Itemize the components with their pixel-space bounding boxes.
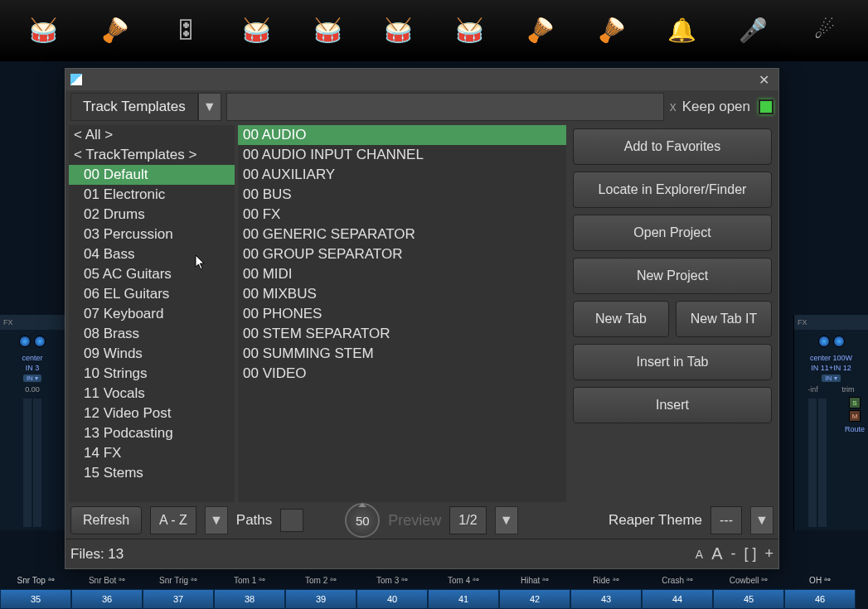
category-panel[interactable]: < All >< TrackTemplates >00 Default01 El…: [69, 125, 235, 502]
instrument-4[interactable]: 🥁: [298, 10, 356, 51]
dialog-titlebar[interactable]: ✕: [65, 69, 778, 90]
font-small-button[interactable]: A: [696, 548, 703, 561]
category-row[interactable]: 02 Drums: [69, 205, 235, 225]
track-number[interactable]: 45: [713, 589, 784, 609]
instrument-0[interactable]: 🥁: [15, 10, 73, 51]
chevron-down-icon[interactable]: ▼: [495, 506, 518, 534]
chevron-down-icon[interactable]: ▼: [205, 506, 228, 534]
instrument-5[interactable]: 🥁: [370, 10, 428, 51]
close-button[interactable]: ✕: [754, 71, 773, 88]
instrument-11[interactable]: ☄: [795, 10, 853, 51]
track-number[interactable]: 35: [0, 589, 71, 609]
category-row[interactable]: 06 EL Guitars: [69, 284, 235, 304]
track-number[interactable]: 43: [570, 589, 642, 609]
category-row[interactable]: 11 Vocals: [69, 384, 235, 404]
open-project-button[interactable]: Open Project: [573, 215, 772, 251]
fx-label[interactable]: FX: [0, 315, 65, 330]
route-button[interactable]: Route: [843, 423, 866, 435]
instrument-7[interactable]: 🪘: [512, 10, 570, 51]
category-row[interactable]: 04 Bass: [69, 244, 235, 264]
input-selector[interactable]: IN ▾: [822, 375, 840, 382]
template-row[interactable]: 00 STEM SEPARATOR: [238, 324, 566, 344]
category-row[interactable]: 07 Keyboard: [69, 304, 235, 324]
solo-button[interactable]: S: [849, 397, 861, 408]
track-number[interactable]: 39: [285, 589, 356, 609]
instrument-1[interactable]: 🪘: [85, 10, 143, 51]
fader[interactable]: [23, 399, 32, 527]
track-number[interactable]: 40: [356, 589, 428, 609]
category-row[interactable]: 03 Percussion: [69, 225, 235, 244]
refresh-button[interactable]: Refresh: [70, 506, 142, 534]
pan-knob[interactable]: [19, 336, 31, 347]
mute-button[interactable]: M: [849, 410, 861, 422]
insert-in-tab-button[interactable]: Insert in Tab: [573, 344, 772, 380]
paths-checkbox[interactable]: [280, 509, 303, 532]
category-row[interactable]: 13 Podcasting: [69, 423, 235, 443]
search-input[interactable]: [226, 93, 664, 121]
keep-open-toggle[interactable]: Keep open: [682, 99, 773, 115]
category-row[interactable]: 12 Video Post: [69, 404, 235, 423]
category-row[interactable]: < All >: [69, 125, 235, 145]
insert-button[interactable]: Insert: [573, 387, 772, 423]
gain-knob[interactable]: [833, 336, 845, 347]
fraction-selector[interactable]: 1/2: [449, 506, 486, 534]
template-row[interactable]: 00 BUS: [238, 185, 566, 205]
chevron-down-icon[interactable]: ▼: [198, 93, 221, 121]
locate-button[interactable]: Locate in Explorer/Finder: [573, 172, 772, 208]
track-label: OH ᵃᵒ: [784, 576, 856, 589]
instrument-3[interactable]: 🥁: [228, 10, 286, 51]
category-row[interactable]: 00 Default: [69, 165, 235, 185]
type-selector[interactable]: Track Templates: [70, 93, 198, 121]
template-row[interactable]: 00 SUMMING STEM: [238, 344, 566, 364]
category-row[interactable]: 05 AC Guitars: [69, 264, 235, 284]
template-row[interactable]: 00 AUDIO: [238, 125, 566, 145]
template-row[interactable]: 00 MIDI: [238, 264, 566, 284]
instrument-8[interactable]: 🪘: [582, 10, 640, 51]
template-row[interactable]: 00 VIDEO: [238, 364, 566, 384]
track-number[interactable]: 41: [428, 589, 499, 609]
track-number[interactable]: 38: [214, 589, 285, 609]
instrument-6[interactable]: 🥁: [440, 10, 498, 51]
template-row[interactable]: 00 GROUP SEPARATOR: [238, 244, 566, 264]
new-tab-button[interactable]: New Tab: [573, 301, 669, 337]
instrument-2[interactable]: 🎛: [157, 10, 215, 51]
new-project-button[interactable]: New Project: [573, 258, 772, 294]
zoom-out-button[interactable]: -: [730, 545, 735, 563]
brackets-button[interactable]: [ ]: [744, 545, 756, 563]
instrument-9[interactable]: 🔔: [653, 10, 711, 51]
track-number[interactable]: 46: [784, 589, 856, 609]
category-row[interactable]: 01 Electronic: [69, 185, 235, 205]
theme-selector[interactable]: ---: [710, 506, 742, 534]
input-selector[interactable]: IN ▾: [23, 375, 41, 382]
font-large-button[interactable]: A: [711, 544, 722, 563]
template-row[interactable]: 00 GENERIC SEPARATOR: [238, 225, 566, 244]
template-row[interactable]: 00 AUXILIARY: [238, 165, 566, 185]
new-tab-it-button[interactable]: New Tab IT: [676, 301, 772, 337]
category-row[interactable]: 15 Stems: [69, 463, 235, 483]
instrument-10[interactable]: 🎤: [725, 10, 783, 51]
category-row[interactable]: 08 Brass: [69, 324, 235, 344]
track-number[interactable]: 37: [143, 589, 214, 609]
template-row[interactable]: 00 PHONES: [238, 304, 566, 324]
template-row[interactable]: 00 MIXBUS: [238, 284, 566, 304]
fader[interactable]: [808, 399, 817, 527]
category-row[interactable]: < TrackTemplates >: [69, 145, 235, 165]
track-number[interactable]: 36: [71, 589, 143, 609]
track-number[interactable]: 42: [499, 589, 570, 609]
zoom-in-button[interactable]: +: [764, 545, 773, 563]
template-row[interactable]: 00 FX: [238, 205, 566, 225]
fx-label[interactable]: FX: [794, 315, 868, 330]
sort-selector[interactable]: A - Z: [150, 506, 196, 534]
category-row[interactable]: 09 Winds: [69, 344, 235, 364]
gain-knob[interactable]: [34, 336, 46, 347]
add-favorites-button[interactable]: Add to Favorites: [573, 128, 772, 165]
track-number[interactable]: 44: [642, 589, 713, 609]
template-panel[interactable]: 00 AUDIO00 AUDIO INPUT CHANNEL00 AUXILIA…: [238, 125, 566, 502]
clear-search-button[interactable]: x: [664, 99, 682, 114]
pan-knob[interactable]: [818, 336, 830, 347]
template-row[interactable]: 00 AUDIO INPUT CHANNEL: [238, 145, 566, 165]
category-row[interactable]: 14 FX: [69, 443, 235, 463]
category-row[interactable]: 10 Strings: [69, 364, 235, 384]
count-spinner[interactable]: 50: [345, 503, 380, 538]
chevron-down-icon[interactable]: ▼: [750, 506, 773, 534]
